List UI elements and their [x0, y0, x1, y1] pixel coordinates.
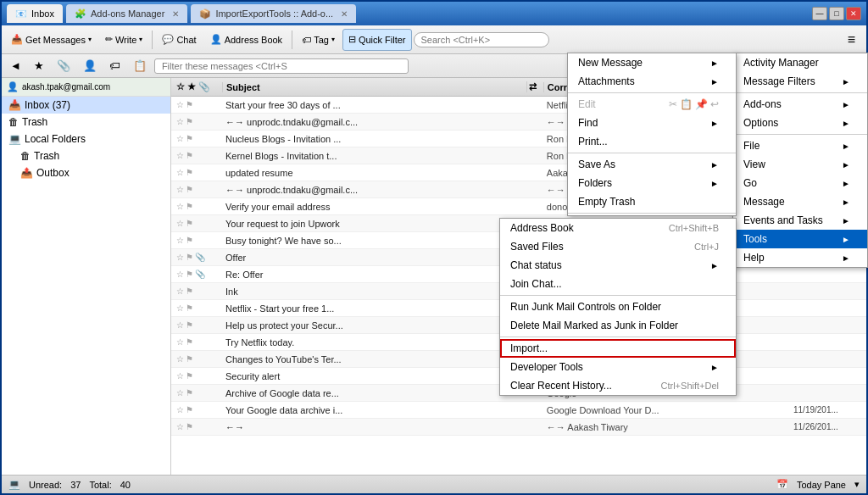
menu-item-empty-trash[interactable]: Empty Trash: [568, 192, 736, 211]
menu-item-view[interactable]: View ►: [733, 155, 867, 174]
email-row[interactable]: ☆ ⚑ Your Google data archive i... Google…: [171, 402, 866, 419]
attach-button[interactable]: 📎: [52, 57, 75, 75]
clip-button[interactable]: 📋: [128, 57, 152, 75]
app-menu-button[interactable]: ≡: [840, 29, 863, 51]
row-star-icon[interactable]: ☆: [176, 134, 184, 143]
menu-item-message-filters[interactable]: Message Filters ►: [733, 72, 867, 91]
menu-item-activity-manager[interactable]: Activity Manager: [733, 53, 867, 72]
minimize-button[interactable]: —: [812, 7, 827, 20]
addons-tab-close[interactable]: ✕: [172, 9, 179, 19]
menu-item-addons[interactable]: Add-ons ►: [733, 95, 867, 114]
tag-button[interactable]: 🏷 Tag ▾: [296, 29, 341, 51]
row-star-icon[interactable]: ☆: [176, 354, 184, 364]
tab-addons[interactable]: 🧩 Add-ons Manager ✕: [66, 4, 187, 23]
row-star-icon[interactable]: ☆: [176, 337, 184, 347]
row-flag-icon[interactable]: ⚑: [186, 354, 193, 364]
row-flag-icon[interactable]: ⚑: [186, 388, 193, 398]
quick-filter-button[interactable]: ⊟ Quick Filter: [342, 29, 412, 51]
tools-clear-history[interactable]: Clear Recent History... Ctrl+Shift+Del: [500, 376, 736, 395]
address-book-button[interactable]: 👤 Address Book: [204, 29, 288, 51]
row-star-icon[interactable]: ☆: [176, 371, 184, 381]
tools-delete-junk[interactable]: Delete Mail Marked as Junk in Folder: [500, 316, 736, 335]
row-flag-icon[interactable]: ⚑: [186, 151, 193, 160]
row-flag-icon[interactable]: ⚑: [186, 337, 193, 347]
row-flag-icon[interactable]: ⚑: [186, 236, 193, 245]
row-flag-icon[interactable]: ⚑: [186, 134, 193, 143]
row-star-icon[interactable]: ☆: [176, 151, 184, 160]
menu-item-attachments[interactable]: Attachments ►: [568, 72, 736, 91]
row-star-icon[interactable]: ☆: [176, 270, 184, 279]
row-flag-icon[interactable]: ⚑: [186, 422, 193, 431]
row-flag-icon[interactable]: ⚑: [186, 202, 193, 211]
write-button[interactable]: ✏ Write ▾: [99, 29, 148, 51]
row-flag-icon[interactable]: ⚑: [186, 168, 193, 177]
tools-developer[interactable]: Developer Tools ►: [500, 358, 736, 376]
tab-importexport[interactable]: 📦 ImportExportTools :: Add-o... ✕: [191, 4, 356, 23]
menu-item-folders[interactable]: Folders ►: [568, 174, 736, 192]
row-star-icon[interactable]: ☆: [176, 253, 184, 262]
menu-item-new-message[interactable]: New Message ►: [568, 53, 736, 72]
maximize-button[interactable]: □: [829, 7, 844, 20]
star-button[interactable]: ★: [29, 57, 49, 75]
prev-button[interactable]: ◄: [5, 57, 26, 75]
row-star-icon[interactable]: ☆: [176, 168, 184, 177]
row-flag-icon[interactable]: ⚑: [186, 405, 193, 414]
importexport-tab-close[interactable]: ✕: [341, 9, 348, 19]
contact-button[interactable]: 👤: [78, 57, 102, 75]
menu-item-print[interactable]: Print...: [568, 132, 736, 151]
row-flag-icon[interactable]: ⚑: [186, 303, 193, 313]
tools-address-book[interactable]: Address Book Ctrl+Shift+B: [500, 219, 736, 237]
menu-item-message[interactable]: Message ►: [733, 192, 867, 211]
row-flag-icon[interactable]: ⚑: [186, 286, 193, 296]
row-flag-icon[interactable]: ⚑: [186, 270, 193, 279]
col-header-subject[interactable]: Subject: [222, 82, 526, 92]
menu-item-find[interactable]: Find ►: [568, 114, 736, 132]
get-messages-button[interactable]: 📥 Get Messages ▾: [5, 29, 97, 51]
sidebar-item-trash[interactable]: 🗑 Trash: [2, 114, 170, 131]
email-row[interactable]: ☆ ⚑ ←→ ←→ Aakash Tiwary 11/26/201...: [171, 419, 866, 436]
menu-item-events-tasks[interactable]: Events and Tasks ►: [733, 211, 867, 230]
sidebar-item-outbox[interactable]: 📤 Outbox: [2, 164, 170, 181]
tab-inbox[interactable]: 📧 Inbox: [7, 4, 63, 23]
row-flag-icon[interactable]: ⚑: [186, 253, 193, 262]
row-star-icon[interactable]: ☆: [176, 303, 184, 313]
row-star-icon[interactable]: ☆: [176, 185, 184, 194]
row-flag-icon[interactable]: ⚑: [186, 320, 193, 330]
row-star-icon[interactable]: ☆: [176, 388, 184, 398]
search-input[interactable]: [414, 32, 549, 47]
today-pane-label[interactable]: Today Pane: [797, 480, 846, 490]
row-star-icon[interactable]: ☆: [176, 219, 184, 228]
row-star-icon[interactable]: ☆: [176, 202, 184, 211]
today-pane-arrow[interactable]: ▾: [854, 479, 860, 490]
filter-input[interactable]: [154, 58, 409, 74]
menu-item-file[interactable]: File ►: [733, 136, 867, 155]
row-star-icon[interactable]: ☆: [176, 405, 184, 414]
close-button[interactable]: ✕: [846, 7, 861, 20]
sidebar-item-inbox[interactable]: 📥 Inbox (37): [2, 97, 170, 114]
row-star-icon[interactable]: ☆: [176, 286, 184, 296]
menu-item-tools[interactable]: Tools ►: [733, 230, 867, 248]
tools-run-junk[interactable]: Run Junk Mail Controls on Folder: [500, 298, 736, 316]
row-flag-icon[interactable]: ⚑: [186, 185, 193, 194]
chat-button[interactable]: 💬 Chat: [156, 29, 202, 51]
row-star-icon[interactable]: ☆: [176, 320, 184, 330]
menu-item-go[interactable]: Go ►: [733, 174, 867, 192]
sidebar-item-local-folders[interactable]: 💻 Local Folders: [2, 131, 170, 147]
row-flag-icon[interactable]: ⚑: [186, 219, 193, 228]
account-header[interactable]: 👤 akash.tpak@gmail.com: [2, 78, 170, 97]
tag2-button[interactable]: 🏷: [104, 57, 125, 75]
tools-chat-status[interactable]: Chat status ►: [500, 256, 736, 275]
tools-join-chat[interactable]: Join Chat...: [500, 275, 736, 293]
row-star-icon[interactable]: ☆: [176, 100, 184, 109]
row-star-icon[interactable]: ☆: [176, 422, 184, 431]
sidebar-item-local-trash[interactable]: 🗑 Trash: [2, 147, 170, 164]
menu-item-help[interactable]: Help ►: [733, 248, 867, 267]
tools-saved-files[interactable]: Saved Files Ctrl+J: [500, 237, 736, 256]
row-flag-icon[interactable]: ⚑: [186, 371, 193, 381]
row-flag-icon[interactable]: ⚑: [186, 117, 193, 126]
menu-item-options[interactable]: Options ►: [733, 114, 867, 132]
tools-import[interactable]: Import...: [500, 339, 736, 358]
menu-item-save-as[interactable]: Save As ►: [568, 155, 736, 174]
row-star-icon[interactable]: ☆: [176, 236, 184, 245]
row-flag-icon[interactable]: ⚑: [186, 100, 193, 109]
